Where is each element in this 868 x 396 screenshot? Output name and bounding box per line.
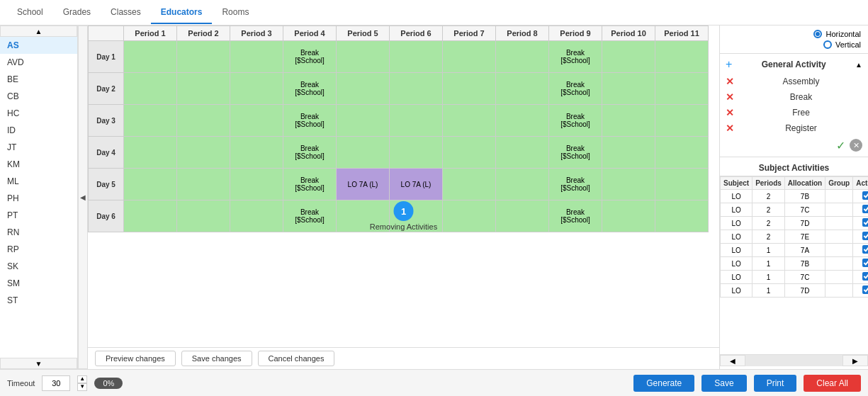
cell-d2p9-break[interactable]: Break[$School] [549, 73, 602, 105]
timeout-input[interactable] [42, 375, 70, 391]
cell-d5p5-lo7a[interactable]: LO 7A (L) [337, 169, 390, 200]
cell-d2p5[interactable] [337, 73, 390, 105]
sa-active-6[interactable] [853, 257, 868, 271]
cell-d3p4-break[interactable]: Break[$School] [283, 105, 337, 137]
print-button[interactable]: Print [754, 375, 797, 392]
cell-d3p5[interactable] [337, 105, 390, 137]
sa-active-8[interactable] [853, 284, 868, 298]
tab-grades[interactable]: Grades [53, 1, 101, 24]
cell-d1p7[interactable] [443, 41, 496, 73]
sidebar-item-cb[interactable]: CB [0, 88, 77, 105]
sidebar-item-pt[interactable]: PT [0, 207, 77, 224]
remove-assembly-button[interactable]: ✕ [726, 76, 734, 87]
cell-d4p9-break[interactable]: Break[$School] [549, 137, 602, 169]
sidebar-item-st[interactable]: ST [0, 292, 77, 309]
sa-checkbox-1[interactable] [862, 191, 868, 200]
collapse-arrow[interactable]: ◀ [78, 26, 88, 369]
sidebar-scroll-up[interactable]: ▲ [0, 26, 77, 37]
cell-d1p8[interactable] [496, 41, 549, 73]
add-general-activity-button[interactable]: + [726, 58, 732, 71]
cell-d4p6[interactable] [390, 137, 443, 169]
cell-d1p6[interactable] [390, 41, 443, 73]
cell-d3p6[interactable] [390, 105, 443, 137]
cell-d2p1[interactable] [124, 73, 177, 105]
sa-scroll-left[interactable]: ◀ [720, 355, 745, 366]
cell-d2p8[interactable] [496, 73, 549, 105]
cell-d4p4-break[interactable]: Break[$School] [283, 137, 337, 169]
cell-d5p8[interactable] [496, 169, 549, 200]
sa-checkbox-3[interactable] [862, 218, 868, 227]
remove-free-button[interactable]: ✕ [726, 107, 734, 118]
sa-table-wrapper[interactable]: Subject Periods Allocation Group Active … [720, 176, 868, 354]
sidebar-item-sk[interactable]: SK [0, 258, 77, 275]
cell-d1p9-break[interactable]: Break[$School] [549, 41, 602, 73]
sidebar-item-ml[interactable]: ML [0, 173, 77, 190]
sidebar-item-as[interactable]: AS [0, 37, 77, 54]
cell-d1p5[interactable] [337, 41, 390, 73]
sa-checkbox-4[interactable] [862, 232, 868, 240]
cell-d1p4-break[interactable]: Break[$School] [283, 41, 337, 73]
timeout-up-button[interactable]: ▲ [77, 375, 87, 383]
cell-d4p7[interactable] [443, 137, 496, 169]
sidebar-item-ph[interactable]: PH [0, 190, 77, 207]
sidebar-item-sm[interactable]: SM [0, 275, 77, 292]
cell-d1p11[interactable] [655, 41, 709, 73]
sidebar-item-hc[interactable]: HC [0, 105, 77, 122]
sa-checkbox-6[interactable] [862, 259, 868, 267]
cell-d1p1[interactable] [124, 41, 177, 73]
cell-d2p2[interactable] [177, 73, 230, 105]
cell-d3p9-break[interactable]: Break[$School] [549, 105, 602, 137]
sa-scrollbar[interactable] [745, 355, 842, 366]
cell-d5p7[interactable] [443, 169, 496, 200]
cell-d4p1[interactable] [124, 137, 177, 169]
sidebar-item-km[interactable]: KM [0, 156, 77, 173]
cell-d5p6-lo7a[interactable]: LO 7A (L) [390, 169, 443, 200]
cell-d3p10[interactable] [602, 105, 655, 137]
tab-school[interactable]: School [7, 1, 53, 24]
tab-educators[interactable]: Educators [151, 1, 213, 24]
sa-active-1[interactable] [853, 190, 868, 203]
timeout-down-button[interactable]: ▼ [77, 383, 87, 391]
confirm-ga-button[interactable]: ✓ [836, 139, 845, 152]
cell-d2p7[interactable] [443, 73, 496, 105]
remove-register-button[interactable]: ✕ [726, 123, 734, 134]
cell-d4p10[interactable] [602, 137, 655, 169]
sa-scroll-right[interactable]: ▶ [842, 355, 868, 366]
cell-d4p5[interactable] [337, 137, 390, 169]
ga-scroll-up[interactable]: ▲ [855, 61, 862, 69]
cell-d4p8[interactable] [496, 137, 549, 169]
tab-rooms[interactable]: Rooms [212, 1, 259, 24]
cell-d1p2[interactable] [177, 41, 230, 73]
preview-changes-button[interactable]: Preview changes [95, 351, 176, 366]
sidebar-item-id[interactable]: ID [0, 122, 77, 139]
generate-button[interactable]: Generate [633, 375, 694, 392]
cancel-changes-button[interactable]: Cancel changes [258, 351, 335, 366]
cell-d2p11[interactable] [655, 73, 709, 105]
cell-d3p11[interactable] [655, 105, 709, 137]
save-changes-button[interactable]: Save changes [181, 351, 252, 366]
sidebar-item-be[interactable]: BE [0, 71, 77, 88]
cell-d2p3[interactable] [230, 73, 283, 105]
cell-d4p3[interactable] [230, 137, 283, 169]
cell-d4p11[interactable] [655, 137, 709, 169]
sa-checkbox-7[interactable] [862, 272, 868, 281]
sidebar-item-avd[interactable]: AVD [0, 54, 77, 71]
horizontal-radio-row[interactable]: Horizontal [813, 30, 861, 38]
clear-all-button[interactable]: Clear All [804, 375, 861, 392]
sa-active-2[interactable] [853, 203, 868, 217]
sa-active-4[interactable] [853, 230, 868, 244]
cell-d1p10[interactable] [602, 41, 655, 73]
save-button[interactable]: Save [701, 375, 746, 392]
cell-d3p8[interactable] [496, 105, 549, 137]
cell-d3p1[interactable] [124, 105, 177, 137]
sa-checkbox-2[interactable] [862, 205, 868, 213]
sidebar-item-rp[interactable]: RP [0, 241, 77, 258]
cell-d2p6[interactable] [390, 73, 443, 105]
cell-d2p10[interactable] [602, 73, 655, 105]
sidebar-item-rn[interactable]: RN [0, 224, 77, 241]
sidebar-item-jt[interactable]: JT [0, 139, 77, 156]
cell-d3p3[interactable] [230, 105, 283, 137]
delete-ga-button[interactable]: ✕ [850, 139, 862, 152]
sa-active-3[interactable] [853, 217, 868, 230]
cell-d1p3[interactable] [230, 41, 283, 73]
